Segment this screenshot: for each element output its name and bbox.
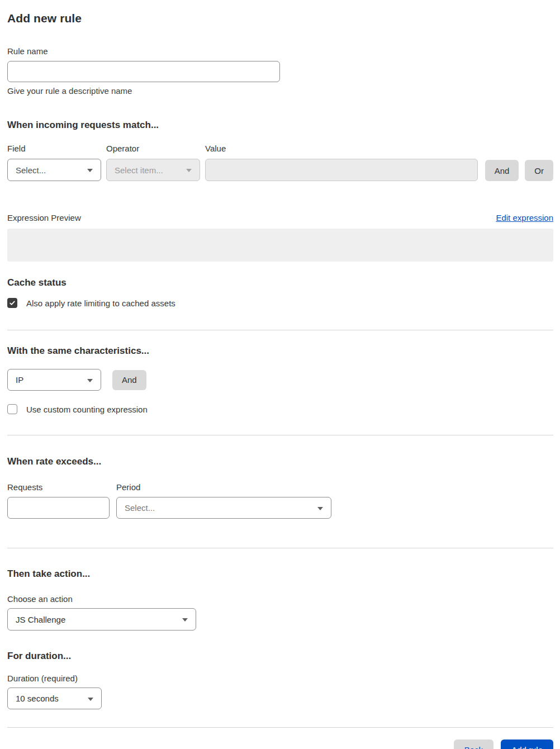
field-column: Field Select... <box>7 144 101 181</box>
field-label: Field <box>7 144 101 153</box>
rule-name-block: Rule name Give your rule a descriptive n… <box>7 46 553 96</box>
value-column: Value <box>205 144 478 181</box>
chevron-down-icon <box>88 698 93 701</box>
back-button[interactable]: Back <box>454 739 493 749</box>
operator-select: Select item... <box>106 159 200 181</box>
operator-label: Operator <box>106 144 200 153</box>
rate-row: Requests Period Select... <box>7 482 553 519</box>
action-section: Then take action... Choose an action JS … <box>7 568 553 631</box>
divider <box>7 330 553 330</box>
chevron-down-icon <box>186 169 192 172</box>
cache-status-heading: Cache status <box>7 277 553 288</box>
custom-counting-checkbox-row[interactable]: Use custom counting expression <box>7 404 553 414</box>
or-button[interactable]: Or <box>525 160 553 181</box>
add-rule-button[interactable]: Add rule <box>501 739 553 749</box>
requests-input[interactable] <box>7 497 110 519</box>
duration-heading: For duration... <box>7 651 553 662</box>
edit-expression-link[interactable]: Edit expression <box>496 213 553 222</box>
cache-status-section: Cache status Also apply rate limiting to… <box>7 277 553 308</box>
rate-heading: When rate exceeds... <box>7 456 553 467</box>
divider <box>7 435 553 435</box>
rule-name-helper: Give your rule a descriptive name <box>7 86 553 96</box>
expression-preview-label: Expression Preview <box>7 213 81 222</box>
duration-select[interactable]: 10 seconds <box>7 688 102 709</box>
rule-name-label: Rule name <box>7 46 553 56</box>
action-select[interactable]: JS Challenge <box>7 608 196 631</box>
action-label: Choose an action <box>7 594 553 604</box>
duration-label: Duration (required) <box>7 674 553 683</box>
chevron-down-icon <box>182 618 188 622</box>
value-input <box>205 159 478 181</box>
characteristics-heading: With the same characteristics... <box>7 345 553 357</box>
cached-assets-checkbox-label: Also apply rate limiting to cached asset… <box>26 298 175 308</box>
rule-name-input[interactable] <box>7 61 280 82</box>
divider <box>7 548 553 548</box>
period-label: Period <box>116 482 331 492</box>
add-rule-form: Add new rule Rule name Give your rule a … <box>0 0 560 749</box>
cached-assets-checkbox-row[interactable]: Also apply rate limiting to cached asset… <box>7 298 553 308</box>
chevron-down-icon <box>317 507 323 510</box>
custom-counting-checkbox-label: Use custom counting expression <box>26 405 148 414</box>
action-heading: Then take action... <box>7 568 553 580</box>
characteristics-and-button[interactable]: And <box>112 370 146 390</box>
characteristics-row: IP And <box>7 369 553 391</box>
operator-column: Operator Select item... <box>106 144 200 181</box>
expression-header: Expression Preview Edit expression <box>7 213 553 222</box>
checked-checkbox-icon[interactable] <box>7 298 17 308</box>
chevron-down-icon <box>87 169 93 172</box>
unchecked-checkbox-icon[interactable] <box>7 404 17 414</box>
requests-label: Requests <box>7 482 110 492</box>
characteristic-select-value: IP <box>16 375 23 385</box>
field-select-value: Select... <box>16 165 46 175</box>
period-select-value: Select... <box>125 503 155 513</box>
period-column: Period Select... <box>116 482 331 519</box>
requests-column: Requests <box>7 482 110 519</box>
action-select-value: JS Challenge <box>16 615 65 624</box>
expression-preview-box <box>7 229 553 262</box>
value-label: Value <box>205 144 478 153</box>
operator-select-value: Select item... <box>115 165 163 175</box>
field-select[interactable]: Select... <box>7 159 101 181</box>
duration-select-value: 10 seconds <box>16 694 59 703</box>
match-heading: When incoming requests match... <box>7 120 553 131</box>
page-title: Add new rule <box>7 12 553 25</box>
duration-section: For duration... Duration (required) 10 s… <box>7 651 553 709</box>
period-select[interactable]: Select... <box>116 497 331 519</box>
characteristic-select[interactable]: IP <box>7 369 101 391</box>
match-section: When incoming requests match... Field Se… <box>7 120 553 181</box>
divider <box>7 727 553 728</box>
chevron-down-icon <box>87 379 93 382</box>
and-button[interactable]: And <box>485 160 519 181</box>
check-icon <box>9 300 16 306</box>
match-row: Field Select... Operator Select item... … <box>7 144 553 181</box>
characteristics-section: With the same characteristics... IP And … <box>7 345 553 414</box>
rate-section: When rate exceeds... Requests Period Sel… <box>7 456 553 519</box>
footer-actions: Back Add rule <box>7 739 553 749</box>
